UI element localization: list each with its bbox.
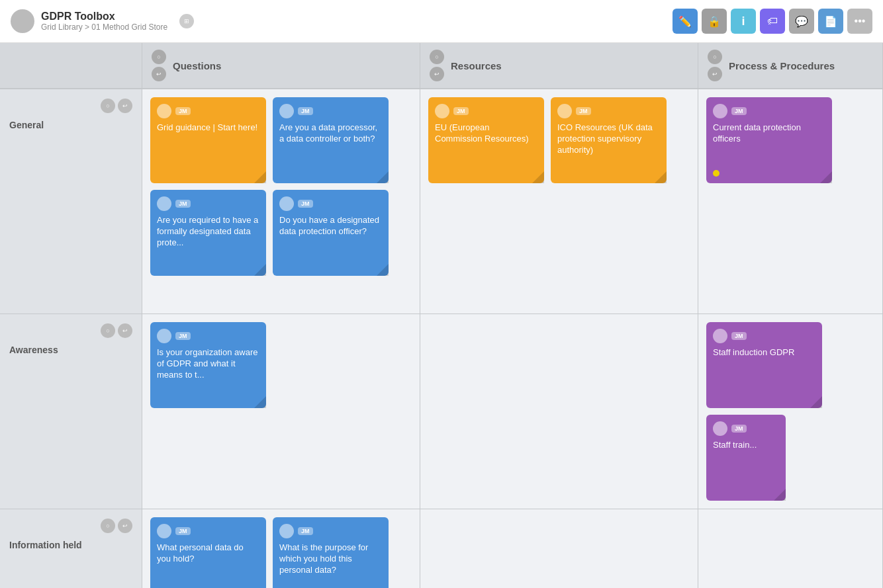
empty-header [0, 43, 142, 89]
lock-button[interactable]: 🔒 [702, 9, 727, 34]
questions-header-icons: ○ ↩ [152, 50, 166, 81]
card-corner [820, 171, 832, 183]
process-header: ○ ↩ Process & Procedures [698, 43, 883, 89]
card-text: Is your organization aware of GDPR and w… [157, 347, 259, 381]
process-icon-2: ↩ [708, 67, 722, 81]
row-general-resources: JM EU (European Commission Resources) JM… [420, 89, 698, 314]
card-awareness[interactable]: JM Is your organization aware of GDPR an… [150, 322, 266, 408]
card-purpose[interactable]: JM What is the purpose for which you hol… [273, 517, 389, 588]
card-avatar [279, 196, 294, 211]
edit-button[interactable]: ✏️ [673, 9, 698, 34]
avatar [11, 9, 34, 33]
process-icon-1: ○ [708, 50, 722, 64]
app-header: GDPR Toolbox Grid Library > 01 Method Gr… [0, 0, 883, 43]
card-data-processor-header: JM [279, 104, 382, 118]
resources-col-title: Resources [451, 60, 502, 71]
resources-icon-1: ○ [430, 50, 444, 64]
card-badge: JM [298, 200, 313, 208]
row-info-held-btn-1[interactable]: ○ [101, 519, 115, 533]
card-current-dpo[interactable]: JM Current data protection officers [706, 97, 832, 183]
row-awareness-process: JM Staff induction GDPR JM Staff train..… [698, 314, 883, 509]
card-designated-data-header: JM [157, 196, 259, 211]
process-header-icons: ○ ↩ [708, 50, 722, 81]
card-text: Staff induction GDPR [713, 347, 815, 358]
info-button[interactable]: i [731, 9, 756, 34]
row-label-info-held: ○ ↩ Information held [0, 509, 142, 588]
card-corner [377, 264, 389, 276]
row-label-general: ○ ↩ General [0, 89, 142, 314]
row-general-btn-1[interactable]: ○ [101, 99, 115, 113]
row-awareness-btn-2[interactable]: ↩ [118, 323, 132, 338]
row-awareness-resources [420, 314, 698, 509]
card-personal-data-header: JM [157, 524, 259, 538]
card-avatar [157, 196, 171, 211]
card-staff-induction[interactable]: JM Staff induction GDPR [706, 322, 822, 408]
row-general-btn-2[interactable]: ↩ [118, 99, 132, 113]
card-badge: JM [175, 527, 191, 535]
card-avatar [279, 524, 294, 538]
card-ico[interactable]: JM ICO Resources (UK data protection sup… [551, 97, 667, 183]
card-staff-training[interactable]: JM Staff train... [706, 415, 786, 501]
card-avatar [157, 524, 171, 538]
card-avatar [713, 104, 727, 118]
card-badge: JM [453, 107, 469, 115]
row-info-held-resources [420, 509, 698, 588]
row-info-held-btn-2[interactable]: ↩ [118, 519, 132, 533]
card-text: ICO Resources (UK data protection superv… [557, 122, 660, 156]
main-grid: ○ ↩ Questions ○ ↩ Resources ○ ↩ Process … [0, 43, 883, 588]
row-general-title: General [9, 120, 132, 130]
card-avatar [157, 104, 171, 118]
row-general-questions: JM Grid guidance | Start here! JM Are yo… [142, 89, 420, 314]
card-dot [713, 170, 720, 177]
card-badge: JM [576, 107, 591, 115]
header-info: GDPR Toolbox Grid Library > 01 Method Gr… [41, 11, 167, 32]
more-button[interactable]: ••• [847, 9, 872, 34]
card-avatar [557, 104, 572, 118]
card-badge: JM [731, 107, 747, 115]
card-dpo-header: JM [279, 196, 382, 211]
card-eu[interactable]: JM EU (European Commission Resources) [428, 97, 544, 183]
card-badge: JM [731, 425, 747, 433]
row-label-general-header: ○ ↩ [9, 99, 132, 113]
card-badge: JM [175, 332, 191, 340]
questions-icon-2: ↩ [152, 67, 166, 81]
card-dpo[interactable]: JM Do you have a designated data protect… [273, 190, 389, 276]
breadcrumb: Grid Library > 01 Method Grid Store [41, 22, 167, 32]
card-corner [655, 171, 667, 183]
card-text: Are you a data processor, a data control… [279, 122, 382, 145]
doc-button[interactable]: 📄 [818, 9, 843, 34]
card-grid-guidance[interactable]: JM Grid guidance | Start here! [150, 97, 266, 183]
card-designated-data[interactable]: JM Are you required to have a formally d… [150, 190, 266, 276]
row-info-held-title: Information held [9, 540, 132, 550]
card-corner [254, 171, 266, 183]
card-data-processor[interactable]: JM Are you a data processor, a data cont… [273, 97, 389, 183]
tag-button[interactable]: 🏷 [760, 9, 785, 34]
card-text: Do you have a designated data protection… [279, 215, 382, 237]
card-corner [532, 171, 544, 183]
card-personal-data[interactable]: JM What personal data do you hold? [150, 517, 266, 588]
card-text: Grid guidance | Start here! [157, 122, 259, 134]
row-label-info-held-header: ○ ↩ [9, 519, 132, 533]
process-col-title: Process & Procedures [729, 60, 835, 71]
column-headers: ○ ↩ Questions ○ ↩ Resources ○ ↩ Process … [0, 43, 883, 89]
card-text: Staff train... [713, 440, 779, 451]
card-ico-header: JM [557, 104, 660, 118]
comment-button[interactable]: 💬 [789, 9, 814, 34]
card-eu-header: JM [435, 104, 537, 118]
card-badge: JM [298, 527, 313, 535]
card-badge: JM [298, 107, 313, 115]
card-staff-induction-header: JM [713, 329, 815, 343]
row-awareness-questions: JM Is your organization aware of GDPR an… [142, 314, 420, 509]
questions-icon-1: ○ [152, 50, 166, 64]
card-avatar [713, 421, 727, 436]
card-corner [810, 396, 822, 408]
card-purpose-header: JM [279, 524, 382, 538]
resources-header-icons: ○ ↩ [430, 50, 444, 81]
card-avatar [157, 329, 171, 343]
card-avatar [279, 104, 294, 118]
card-badge: JM [731, 332, 747, 340]
row-awareness-btn-1[interactable]: ○ [101, 323, 115, 338]
card-avatar [435, 104, 449, 118]
card-current-dpo-header: JM [713, 104, 825, 118]
grid-scroll: ○ ↩ General JM Grid guidance | Start her… [0, 89, 883, 588]
